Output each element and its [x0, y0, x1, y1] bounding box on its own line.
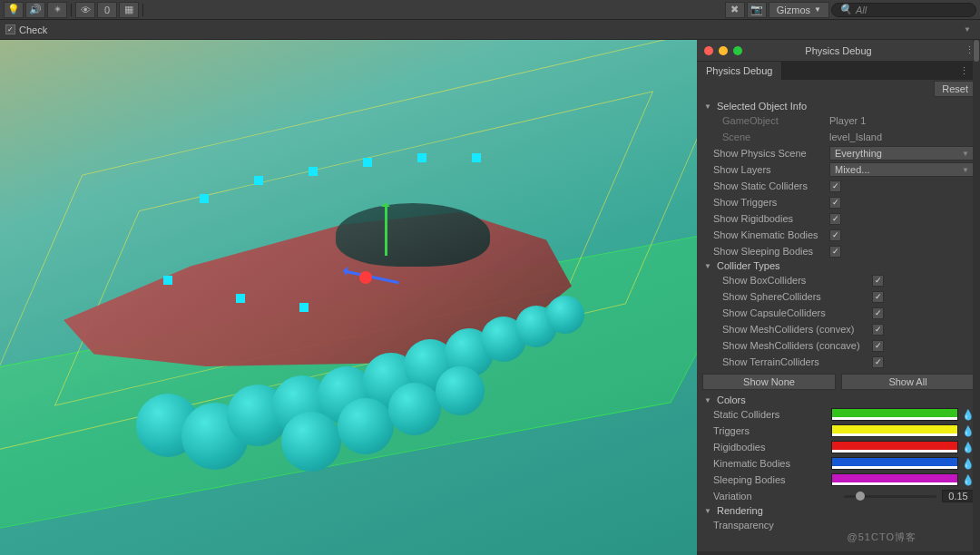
flag-label: Show Rigidbodies	[713, 213, 829, 224]
flag-label: Show Kinematic Bodies	[713, 229, 829, 240]
handle-cube	[200, 194, 209, 203]
section-rendering[interactable]: ▼Rendering	[697, 504, 980, 517]
checkbox[interactable]: ✓	[872, 307, 884, 319]
variation-slider[interactable]	[844, 490, 936, 502]
gameobject-label: GameObject	[722, 115, 829, 126]
handle-cube	[299, 303, 309, 312]
tab-physics-debug[interactable]: Physics Debug	[697, 62, 782, 80]
minimize-icon[interactable]	[719, 46, 728, 55]
show-physics-scene-label: Show Physics Scene	[713, 148, 829, 159]
panel-content: ▼Selected Object Info GameObjectPlayer 1…	[697, 98, 980, 551]
show-layers-label: Show Layers	[713, 164, 829, 175]
collider-sphere	[338, 398, 394, 454]
flag-label: Show CapsuleColliders	[722, 307, 872, 318]
tools-icon[interactable]: ✖	[725, 2, 745, 18]
audio-toggle[interactable]: 🔊	[25, 2, 45, 18]
grid-toggle[interactable]: ▦	[119, 2, 139, 18]
check-label: Check	[19, 24, 47, 35]
checkbox[interactable]: ✓	[872, 356, 884, 368]
variation-value[interactable]: 0.15	[942, 490, 975, 502]
show-none-button[interactable]: Show None	[702, 374, 836, 390]
show-physics-scene-dropdown[interactable]: Everything▼	[829, 146, 975, 161]
chevron-down-icon: ▼	[962, 150, 969, 158]
section-selected-object-info[interactable]: ▼Selected Object Info	[697, 100, 980, 112]
fx-toggle[interactable]: ✴	[47, 2, 67, 18]
checkbox[interactable]: ✓	[872, 275, 884, 287]
show-layers-dropdown[interactable]: Mixed...▼	[829, 162, 975, 177]
flag-label: Show Sleeping Bodies	[713, 246, 829, 257]
gameobject-value: Player 1	[829, 115, 975, 126]
light-toggle[interactable]: 💡	[4, 2, 24, 18]
boat-mesh	[27, 122, 608, 412]
handle-cube	[363, 158, 372, 167]
handle-cube	[417, 153, 426, 162]
color-swatch[interactable]	[831, 408, 958, 421]
axis-y[interactable]	[385, 205, 387, 256]
hidden-toggle[interactable]: 👁	[75, 2, 95, 18]
checkbox[interactable]: ✓	[872, 291, 884, 303]
checkbox[interactable]: ✓	[829, 229, 841, 241]
color-label: Sleeping Bodies	[713, 474, 831, 485]
scrollbar[interactable]	[973, 40, 980, 555]
flag-label: Show MeshColliders (concave)	[722, 340, 872, 351]
maximize-icon[interactable]	[733, 46, 742, 55]
color-label: Kinematic Bodies	[713, 458, 831, 469]
color-swatch[interactable]	[831, 441, 958, 453]
expand-icon: ▼	[704, 396, 713, 404]
search-placeholder: All	[856, 5, 867, 15]
toolbar-search[interactable]: 🔍 All	[831, 3, 976, 17]
chevron-down-icon: ▼	[962, 166, 969, 174]
panel-tabbar: Physics Debug ⋮	[697, 62, 980, 80]
scene-toolbar: 💡 🔊 ✴ 👁 0 ▦ ✖ 📷 Gizmos ▼ 🔍 All	[0, 0, 980, 20]
gizmos-label: Gizmos	[777, 5, 810, 15]
section-collider-types[interactable]: ▼Collider Types	[697, 259, 980, 272]
axis-z[interactable]	[359, 271, 372, 284]
checkbox[interactable]: ✓	[872, 324, 884, 336]
variation-label: Variation	[713, 491, 838, 501]
window-controls[interactable]	[697, 46, 750, 55]
close-icon[interactable]	[704, 46, 713, 55]
collider-sphere	[388, 383, 441, 435]
section-colors[interactable]: ▼Colors	[697, 394, 980, 406]
expand-icon: ▼	[704, 262, 713, 270]
checkbox[interactable]: ✓	[829, 197, 841, 209]
check-toggle[interactable]: ✓ Check	[5, 24, 47, 35]
collider-sphere	[281, 412, 341, 472]
color-label: Rigidbodies	[713, 442, 831, 453]
checkbox-icon: ✓	[5, 24, 15, 34]
color-swatch[interactable]	[831, 457, 958, 470]
color-swatch[interactable]	[831, 424, 958, 437]
panel-toolbar: Reset	[697, 80, 980, 98]
scene-view[interactable]	[0, 40, 697, 555]
watermark: @51CTO博客	[848, 531, 916, 544]
color-label: Static Colliders	[713, 409, 831, 420]
handle-cube	[163, 276, 172, 285]
gizmos-dropdown[interactable]: Gizmos ▼	[769, 2, 829, 18]
flag-label: Show SphereColliders	[722, 291, 872, 302]
scene-subbar: ✓ Check ▼	[0, 20, 980, 40]
checkbox[interactable]: ✓	[872, 340, 884, 352]
flag-label: Show Static Colliders	[713, 180, 829, 191]
show-all-button[interactable]: Show All	[841, 374, 975, 390]
tab-menu-icon[interactable]: ⋮	[954, 65, 975, 77]
scene-value: level_Island	[829, 131, 975, 142]
handle-cube	[309, 167, 318, 176]
scene-label: Scene	[722, 131, 829, 142]
handle-cube	[472, 153, 481, 162]
expand-icon: ▼	[704, 507, 713, 515]
checkbox[interactable]: ✓	[829, 180, 841, 192]
color-swatch[interactable]	[831, 473, 958, 486]
chevron-down-icon: ▼	[814, 5, 821, 14]
search-icon: 🔍	[839, 4, 852, 15]
panel-titlebar: Physics Debug ⋮	[697, 40, 980, 62]
dropdown-caret[interactable]: ▼	[964, 25, 975, 34]
expand-icon: ▼	[704, 102, 713, 111]
handle-cube	[254, 176, 263, 185]
checkbox[interactable]: ✓	[829, 213, 841, 225]
checkbox[interactable]: ✓	[829, 246, 841, 258]
color-label: Triggers	[713, 425, 831, 436]
flag-label: Show Triggers	[713, 197, 829, 208]
reset-button[interactable]: Reset	[934, 81, 976, 97]
flag-label: Show MeshColliders (convex)	[722, 324, 872, 335]
camera-icon[interactable]: 📷	[747, 2, 767, 18]
